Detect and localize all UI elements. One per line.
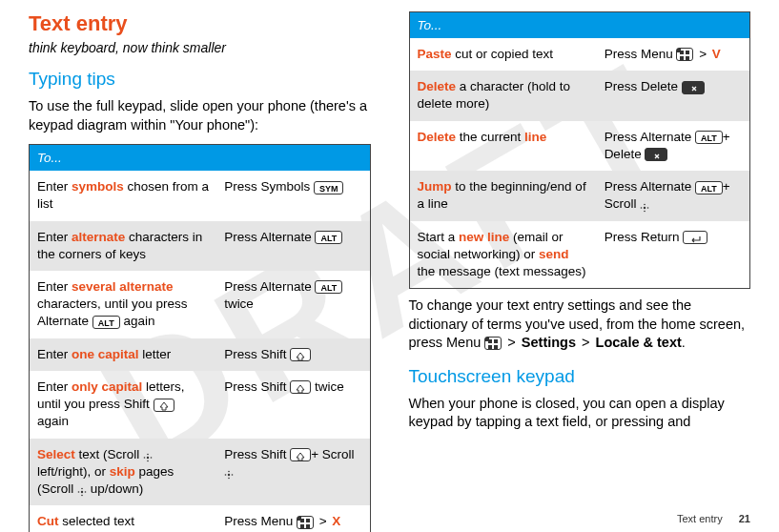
scroll-icon (640, 200, 649, 210)
touchscreen-keypad-heading: Touchscreen keypad (409, 366, 751, 387)
menu-icon (484, 337, 502, 350)
svg-point-3 (144, 457, 146, 459)
scroll-icon (143, 450, 153, 460)
svg-point-18 (641, 207, 643, 209)
typing-tips-heading: Typing tips (29, 69, 371, 90)
svg-point-14 (232, 474, 234, 476)
alt-key-icon: ALT (695, 131, 723, 144)
table-row: Jump to the beginning/end of a linePress… (409, 171, 750, 220)
svg-point-13 (225, 474, 227, 476)
shortcuts-table-left: To... Enter symbols chosen from a listPr… (29, 144, 371, 532)
table-row: Delete a character (hold to delete more)… (409, 71, 750, 120)
scroll-icon (224, 467, 234, 477)
svg-point-0 (147, 457, 149, 459)
svg-point-9 (85, 492, 87, 494)
svg-point-11 (228, 471, 230, 473)
alt-key-icon: ALT (315, 231, 342, 244)
svg-point-1 (147, 454, 149, 456)
table-row: Enter alternate characters in the corner… (30, 221, 371, 271)
shift-key-icon (290, 348, 311, 361)
table-row: Enter several alternate characters, unti… (30, 271, 371, 338)
menu-icon (297, 516, 314, 529)
alt-key-icon: ALT (315, 280, 342, 294)
svg-point-2 (147, 460, 149, 462)
svg-point-17 (644, 210, 646, 212)
table-row: Select text (Scroll left/right), or skip… (30, 439, 371, 506)
table-row: Start a new line (email or social networ… (409, 221, 750, 289)
table-header: To... (30, 145, 371, 172)
svg-point-4 (151, 457, 153, 459)
shift-key-icon (154, 399, 174, 412)
table-row: Enter one capital letterPress Shift (30, 338, 371, 371)
sym-key-icon: SYM (314, 181, 344, 194)
left-column: Text entry think keyboard, now think sma… (29, 6, 371, 532)
shift-key-icon (290, 380, 311, 394)
delete-key-icon (682, 81, 705, 94)
svg-point-6 (81, 488, 83, 490)
delete-key-icon (645, 148, 667, 161)
svg-point-5 (81, 491, 83, 493)
shortcuts-table-right: To... Paste cut or copied textPress Menu… (409, 11, 751, 289)
alt-key-icon: ALT (695, 181, 723, 194)
svg-point-12 (228, 478, 230, 480)
svg-point-15 (644, 207, 646, 209)
svg-point-19 (647, 207, 649, 209)
typing-tips-paragraph: To use the full keypad, slide open your … (29, 97, 371, 134)
svg-point-16 (644, 203, 646, 205)
right-column: To... Paste cut or copied textPress Menu… (409, 6, 751, 532)
scroll-icon (77, 484, 87, 494)
svg-point-10 (228, 474, 230, 476)
table-row: Delete the current linePress Alternate A… (409, 121, 750, 171)
menu-icon (676, 48, 693, 61)
touchscreen-keypad-paragraph: When your phone is closed, you can open … (409, 395, 751, 432)
table-row: Enter symbols chosen from a listPress Sy… (30, 171, 371, 220)
change-settings-paragraph: To change your text entry settings and s… (409, 297, 751, 353)
table-row: Cut selected textPress Menu > X (30, 505, 371, 532)
table-header: To... (409, 12, 750, 39)
svg-point-8 (78, 492, 80, 494)
svg-point-7 (81, 495, 83, 497)
return-key-icon (683, 231, 707, 244)
page-title: Text entry (29, 11, 371, 36)
table-row: Paste cut or copied textPress Menu > V (409, 38, 750, 71)
table-row: Enter only capital letters, until you pr… (30, 371, 371, 439)
page-subtitle: think keyboard, now think smaller (29, 40, 371, 55)
alt-key-icon: ALT (92, 316, 120, 329)
shift-key-icon (290, 448, 311, 461)
